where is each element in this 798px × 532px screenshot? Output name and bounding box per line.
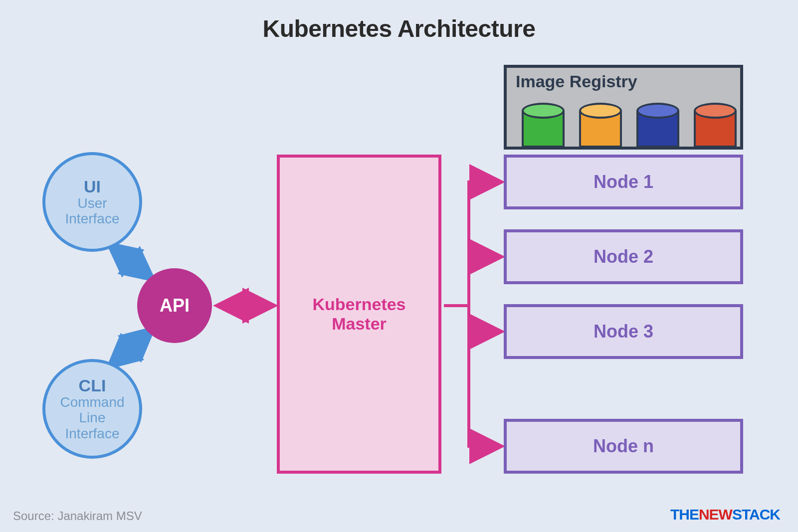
kubernetes-master-box: Kubernetes Master <box>277 155 441 474</box>
ui-sub1: User <box>77 196 107 210</box>
cli-sub3: Interface <box>65 426 120 441</box>
brand-stack: STACK <box>732 506 780 523</box>
ui-circle: UI User Interface <box>42 152 142 252</box>
node-2-label: Node 2 <box>594 246 653 267</box>
node-3-box: Node 3 <box>504 304 743 359</box>
node-1-label: Node 1 <box>594 172 653 192</box>
image-registry-box: Image Registry <box>504 65 743 150</box>
arrow-master-node2 <box>444 257 496 306</box>
api-circle: API <box>137 268 212 343</box>
cli-sub1: Command <box>60 395 124 409</box>
cli-heading: CLI <box>79 377 106 394</box>
api-label: API <box>160 295 190 316</box>
master-line1: Kubernetes <box>312 295 405 314</box>
brand-new: NEW <box>699 506 732 523</box>
registry-cylinder-blue <box>636 103 679 148</box>
registry-cylinder-red <box>694 103 737 148</box>
node-3-label: Node 3 <box>594 321 653 342</box>
arrow-ui-api <box>112 247 150 277</box>
ui-heading: UI <box>84 178 101 195</box>
cli-circle: CLI Command Line Interface <box>42 359 142 459</box>
node-1-box: Node 1 <box>504 155 743 209</box>
cli-sub2: Line <box>79 410 106 425</box>
brand-logo: THENEWSTACK <box>670 506 780 523</box>
registry-cylinder-green <box>522 103 565 148</box>
source-credit: Source: Janakiram MSV <box>13 509 142 523</box>
node-n-label: Node n <box>593 436 654 457</box>
master-line2: Master <box>332 314 387 333</box>
brand-the: THE <box>670 506 699 523</box>
registry-label: Image Registry <box>516 72 637 91</box>
arrow-cli-api <box>112 332 150 364</box>
ui-sub2: Interface <box>65 211 120 226</box>
node-n-box: Node n <box>504 419 743 474</box>
architecture-diagram: Kubernetes Architecture UI User Interfac… <box>0 0 798 532</box>
registry-cylinder-orange <box>579 103 622 148</box>
arrow-master-noden <box>444 306 496 446</box>
node-2-box: Node 2 <box>504 229 743 284</box>
